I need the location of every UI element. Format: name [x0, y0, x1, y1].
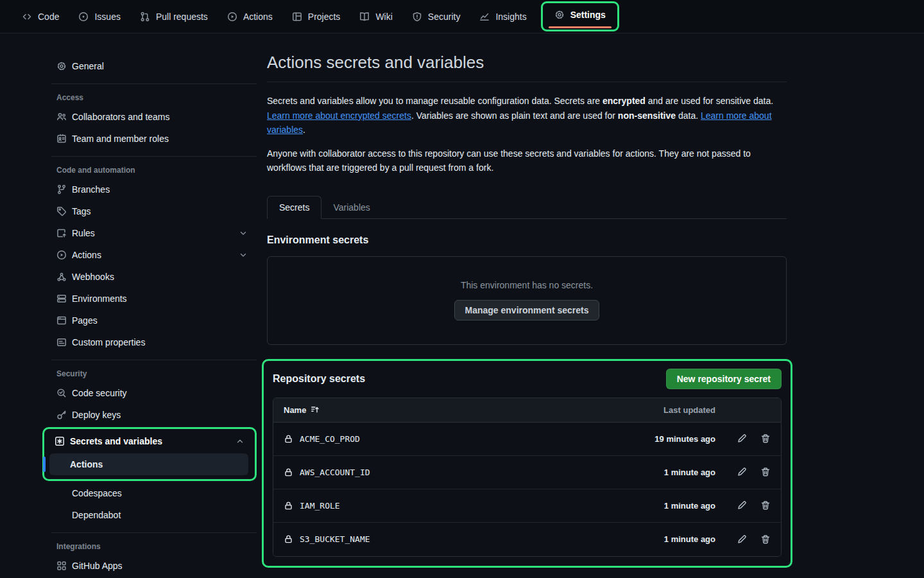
lock-icon — [284, 534, 293, 544]
sidebar-item-rules[interactable]: Rules — [46, 222, 257, 244]
tab-code[interactable]: Code — [14, 6, 67, 27]
sidebar-section-integrations: Integrations — [46, 542, 257, 551]
people-icon — [56, 112, 67, 122]
sidebar-item-secrets-and-variables[interactable]: Secrets and variables — [47, 430, 253, 452]
description-text: . Variables are shown as plain text and … — [411, 110, 618, 121]
tab-actions[interactable]: Actions — [219, 6, 280, 27]
gear-icon — [554, 10, 565, 20]
key-asterisk-icon — [55, 436, 65, 446]
delete-secret-button[interactable] — [760, 534, 771, 545]
tag-icon — [56, 206, 67, 216]
sidebar-item-branches[interactable]: Branches — [46, 179, 257, 200]
edit-secret-button[interactable] — [737, 467, 747, 477]
secrets-and-variables-highlight-annotation: Secrets and variables Actions — [42, 427, 257, 481]
tab-wiki[interactable]: Wiki — [352, 6, 400, 27]
tab-wiki-label: Wiki — [375, 12, 392, 22]
selected-accent-bar — [43, 457, 46, 472]
git-pull-request-icon — [140, 12, 150, 22]
sidebar-item-webhooks[interactable]: Webhooks — [46, 266, 257, 288]
description-bold-non-sensitive: non-sensitive — [618, 110, 676, 121]
description-text: . — [303, 125, 305, 135]
sidebar-item-label: Tags — [72, 206, 252, 216]
manage-environment-secrets-button[interactable]: Manage environment secrets — [454, 300, 600, 320]
graph-icon — [479, 12, 490, 22]
sidebar-item-label: Secrets and variables — [70, 436, 230, 446]
sidebar-subitem-dependabot[interactable]: Dependabot — [46, 504, 257, 526]
sidebar-item-deploy-keys[interactable]: Deploy keys — [46, 404, 257, 426]
sidebar-item-label: Branches — [72, 184, 252, 195]
sidebar-item-environments[interactable]: Environments — [46, 288, 257, 310]
sidebar-item-pages[interactable]: Pages — [46, 310, 257, 331]
tab-pull-requests[interactable]: Pull requests — [132, 6, 216, 27]
code-icon — [22, 12, 32, 22]
sidebar-item-label: Actions — [70, 459, 243, 469]
rules-icon — [56, 228, 67, 238]
secret-last-updated: 1 minute ago — [632, 501, 715, 511]
sidebar-item-label: Webhooks — [72, 272, 252, 282]
repository-secrets-table: Name Last updated ACME_CO_PROD 19 minute… — [273, 398, 782, 557]
sidebar-item-label: Team and member roles — [72, 134, 252, 144]
column-header-name[interactable]: Name — [284, 405, 320, 415]
gear-icon — [56, 61, 67, 71]
repository-secrets-highlight-annotation: Repository secrets New repository secret… — [262, 359, 792, 568]
sidebar-item-custom-properties[interactable]: Custom properties — [46, 331, 257, 353]
play-circle-icon — [227, 12, 237, 22]
sidebar-subitem-codespaces[interactable]: Codespaces — [46, 482, 257, 504]
edit-secret-button[interactable] — [737, 434, 747, 444]
tab-settings[interactable]: Settings — [548, 6, 612, 24]
sidebar-item-label: Dependabot — [72, 510, 252, 520]
link-learn-more-encrypted-secrets[interactable]: Learn more about encrypted secrets — [267, 110, 411, 121]
lock-icon — [284, 501, 293, 511]
sidebar-item-label: Pages — [72, 315, 252, 326]
play-circle-icon — [56, 250, 67, 260]
sidebar-item-label: Code security — [72, 388, 252, 398]
webhook-icon — [56, 272, 67, 282]
sidebar-item-label: Environments — [72, 293, 252, 304]
sidebar-subitem-actions-selected[interactable]: Actions — [49, 453, 248, 475]
new-repository-secret-button[interactable]: New repository secret — [666, 369, 782, 389]
delete-secret-button[interactable] — [760, 434, 771, 444]
repo-tab-nav: Code Issues Pull requests Actions Projec… — [0, 0, 924, 33]
sidebar-item-tags[interactable]: Tags — [46, 200, 257, 222]
tab-variables[interactable]: Variables — [321, 197, 381, 218]
tab-secrets[interactable]: Secrets — [267, 196, 321, 219]
sidebar-item-label: Rules — [72, 228, 234, 238]
sidebar-item-team-roles[interactable]: Team and member roles — [46, 128, 257, 150]
sidebar-item-general[interactable]: General — [46, 55, 257, 77]
sidebar-section-security: Security — [46, 369, 257, 378]
secret-last-updated: 19 minutes ago — [632, 434, 715, 444]
delete-secret-button[interactable] — [760, 500, 771, 511]
delete-secret-button[interactable] — [760, 467, 771, 477]
id-badge-icon — [56, 134, 67, 144]
sidebar-item-code-security[interactable]: Code security — [46, 382, 257, 404]
secrets-variables-tabnav: Secrets Variables — [267, 196, 787, 219]
tab-security[interactable]: Security — [404, 6, 468, 27]
environment-secrets-empty-text: This environment has no secrets. — [461, 280, 593, 290]
codescan-icon — [56, 388, 67, 398]
description-text: and are used for sensitive data. — [646, 96, 773, 106]
sidebar-item-collaborators[interactable]: Collaborators and teams — [46, 106, 257, 128]
tab-insights[interactable]: Insights — [472, 6, 534, 27]
edit-secret-button[interactable] — [737, 500, 747, 511]
sidebar-item-github-apps[interactable]: GitHub Apps — [46, 555, 257, 577]
divider — [51, 156, 257, 157]
tab-issues[interactable]: Issues — [71, 6, 128, 27]
sidebar-item-actions[interactable]: Actions — [46, 244, 257, 266]
settings-sidebar: General Access Collaborators and teams T… — [46, 51, 257, 578]
shield-icon — [412, 12, 422, 22]
description-text: Secrets and variables allow you to manag… — [267, 96, 603, 106]
description-bold-encrypted: encrypted — [603, 96, 646, 106]
tab-security-label: Security — [428, 12, 461, 22]
secret-name: S3_BUCKET_NAME — [300, 534, 370, 544]
page-title: Actions secrets and variables — [267, 53, 787, 82]
table-row: AWS_ACCOUNT_ID 1 minute ago — [273, 456, 781, 489]
secret-name: ACME_CO_PROD — [300, 434, 360, 444]
edit-secret-button[interactable] — [737, 534, 747, 545]
tab-projects[interactable]: Projects — [284, 6, 348, 27]
environment-secrets-heading: Environment secrets — [267, 234, 787, 246]
divider — [51, 83, 257, 84]
browser-icon — [56, 315, 67, 326]
sidebar-item-label: GitHub Apps — [72, 561, 252, 571]
note-icon — [56, 337, 67, 347]
sidebar-item-label: Codespaces — [72, 488, 252, 498]
